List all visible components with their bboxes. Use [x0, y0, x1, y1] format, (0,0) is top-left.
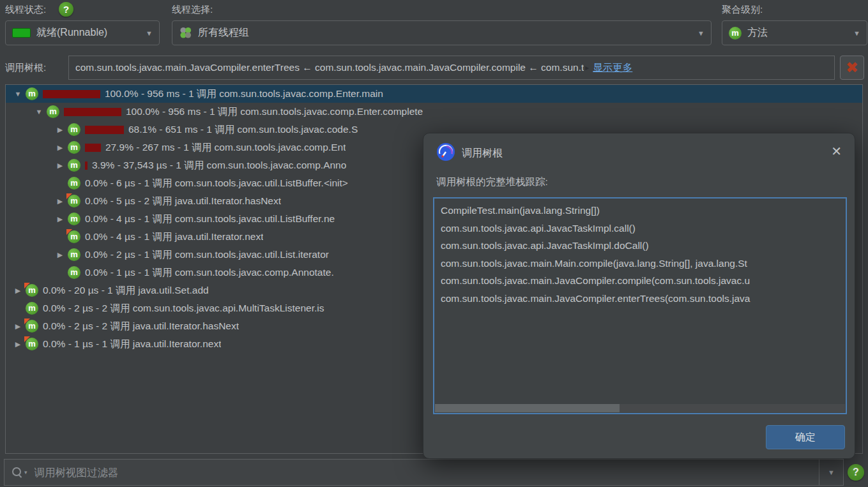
method-icon: m — [26, 338, 38, 350]
aggregation-value: 方法 — [747, 26, 768, 40]
stack-trace-list[interactable]: CompileTest.main(java.lang.String[])com.… — [433, 197, 847, 414]
expand-arrow-icon[interactable]: ▶ — [54, 144, 66, 152]
scrollbar-thumb[interactable] — [435, 404, 620, 412]
tree-row-label: 0.0% - 2 µs - 2 调用 java.util.Iterator.ha… — [43, 320, 239, 333]
expander-icon: ▸ — [585, 63, 589, 72]
tree-row-label: 100.0% - 956 ms - 1 调用 com.sun.tools.jav… — [126, 105, 423, 119]
chevron-down-icon: ▼ — [146, 29, 153, 37]
thread-marker-icon — [66, 193, 72, 199]
runnable-state-icon — [12, 28, 31, 38]
method-icon: m — [26, 320, 38, 333]
tree-row-label: 0.0% - 5 µs - 2 调用 java.util.Iterator.ha… — [85, 195, 281, 208]
time-bar — [43, 90, 100, 98]
tree-row-label: 27.9% - 267 ms - 1 调用 com.sun.tools.java… — [105, 141, 346, 154]
collapse-arrow-icon[interactable]: ▼ — [33, 108, 45, 116]
tree-row-label: 3.9% - 37,543 µs - 1 调用 com.sun.tools.ja… — [92, 159, 346, 172]
call-tree-root-dialog: 调用树根 ✕ 调用树根的完整堆栈跟踪: CompileTest.main(jav… — [423, 133, 855, 459]
tree-row-label: 0.0% - 4 µs - 1 调用 com.sun.tools.javac.u… — [85, 213, 335, 226]
expand-arrow-icon[interactable]: ▶ — [12, 322, 24, 331]
thread-marker-icon — [66, 229, 72, 235]
method-icon: m — [729, 27, 742, 40]
method-icon: m — [68, 195, 80, 207]
aggregation-label: 聚合级别: — [722, 4, 763, 16]
collapse-arrow-icon[interactable]: ▼ — [12, 90, 24, 98]
show-more-link[interactable]: 显示更多 — [593, 61, 632, 75]
filter-bar: ▾ ▼ — [4, 459, 844, 486]
clear-root-button[interactable]: ✖ — [840, 56, 864, 80]
time-bar — [85, 161, 88, 170]
time-bar — [85, 144, 101, 152]
filter-dropdown-button[interactable]: ▼ — [819, 460, 843, 485]
tree-row-label: 68.1% - 651 ms - 1 调用 com.sun.tools.java… — [128, 123, 358, 137]
expand-arrow-icon[interactable]: ▶ — [12, 287, 24, 295]
thread-group-icon — [179, 26, 192, 40]
expand-arrow-icon[interactable]: ▶ — [54, 215, 66, 223]
close-icon[interactable]: ✕ — [831, 144, 842, 159]
method-icon: m — [26, 302, 38, 315]
method-icon: m — [68, 123, 80, 136]
call-tree-root-field: com.sun.tools.javac.main.JavaCompiler.en… — [68, 56, 835, 80]
method-icon: m — [68, 213, 80, 225]
call-tree-root-label: 调用树根: — [5, 62, 46, 74]
tree-row-label: 0.0% - 20 µs - 1 调用 java.util.Set.add — [43, 284, 209, 297]
method-icon: m — [68, 177, 80, 190]
call-tree-root-value: com.sun.tools.javac.main.JavaCompiler.en… — [75, 62, 584, 73]
thread-status-dropdown[interactable]: 就绪(Runnable) ▼ — [5, 20, 160, 45]
method-icon: m — [68, 230, 80, 243]
thread-status-help-icon[interactable]: ? — [59, 2, 73, 17]
time-bar — [85, 126, 124, 134]
profiler-gauge-icon — [436, 142, 455, 161]
tree-row-label: 0.0% - 6 µs - 1 调用 com.sun.tools.javac.u… — [85, 177, 348, 190]
tree-row-label: 0.0% - 2 µs - 2 调用 com.sun.tools.javac.a… — [43, 302, 324, 315]
tree-row-label: 0.0% - 1 µs - 1 调用 com.sun.tools.javac.c… — [85, 266, 334, 280]
tree-row[interactable]: ▼m100.0% - 956 ms - 1 调用 com.sun.tools.j… — [6, 103, 862, 121]
stack-frame[interactable]: CompileTest.main(java.lang.String[]) — [434, 202, 846, 220]
method-icon: m — [68, 248, 80, 261]
aggregation-dropdown[interactable]: m 方法 ▼ — [722, 20, 867, 45]
thread-marker-icon — [24, 318, 30, 324]
horizontal-scrollbar[interactable] — [435, 404, 845, 412]
method-icon: m — [47, 105, 59, 118]
thread-selection-dropdown[interactable]: 所有线程组 ▼ — [172, 20, 712, 45]
expand-arrow-icon[interactable]: ▶ — [12, 340, 24, 348]
call-tree-filter-input[interactable] — [33, 466, 843, 479]
stack-frame[interactable]: com.sun.tools.javac.main.JavaCompiler.en… — [434, 290, 846, 308]
stack-frame[interactable]: com.sun.tools.javac.main.Main.compile(ja… — [434, 255, 846, 273]
filter-help-icon[interactable]: ? — [848, 464, 864, 481]
tree-row-label: 0.0% - 1 µs - 1 调用 java.util.Iterator.ne… — [43, 338, 221, 351]
search-options-caret-icon[interactable]: ▾ — [24, 469, 27, 476]
search-icon[interactable] — [12, 467, 22, 477]
thread-selection-value: 所有线程组 — [198, 26, 249, 40]
method-icon: m — [26, 284, 38, 297]
chevron-down-icon: ▼ — [853, 29, 860, 37]
expand-arrow-icon[interactable]: ▶ — [54, 251, 66, 259]
thread-marker-icon — [24, 283, 30, 288]
method-icon: m — [26, 87, 38, 100]
time-bar — [64, 108, 121, 116]
thread-marker-icon — [24, 336, 30, 342]
stack-frame[interactable]: com.sun.tools.javac.main.JavaCompiler.co… — [434, 272, 846, 290]
ok-button[interactable]: 确定 — [766, 425, 845, 449]
method-icon: m — [68, 141, 80, 154]
profiler-call-tree-view: { "toolbar": { "thread_status_label": "线… — [0, 0, 868, 487]
dialog-title: 调用树根 — [462, 147, 503, 160]
dialog-subtitle: 调用树根的完整堆栈跟踪: — [436, 176, 548, 189]
tree-row-label: 0.0% - 4 µs - 1 调用 java.util.Iterator.ne… — [85, 230, 263, 244]
stack-frame[interactable]: com.sun.tools.javac.api.JavacTaskImpl.do… — [434, 237, 846, 255]
thread-status-value: 就绪(Runnable) — [36, 26, 107, 40]
tree-row-label: 0.0% - 2 µs - 1 调用 com.sun.tools.javac.u… — [85, 248, 329, 262]
expand-arrow-icon[interactable]: ▶ — [54, 126, 66, 134]
chevron-down-icon: ▼ — [697, 29, 704, 37]
method-icon: m — [68, 266, 80, 279]
thread-status-label: 线程状态: — [5, 4, 46, 16]
tree-row-label: 100.0% - 956 ms - 1 调用 com.sun.tools.jav… — [105, 87, 383, 101]
stack-frame[interactable]: com.sun.tools.javac.api.JavacTaskImpl.ca… — [434, 220, 846, 237]
thread-selection-label: 线程选择: — [172, 4, 213, 16]
tree-row[interactable]: ▼m100.0% - 956 ms - 1 调用 com.sun.tools.j… — [6, 85, 862, 103]
expand-arrow-icon[interactable]: ▶ — [54, 197, 66, 206]
method-icon: m — [68, 159, 80, 172]
expand-arrow-icon[interactable]: ▶ — [54, 161, 66, 170]
